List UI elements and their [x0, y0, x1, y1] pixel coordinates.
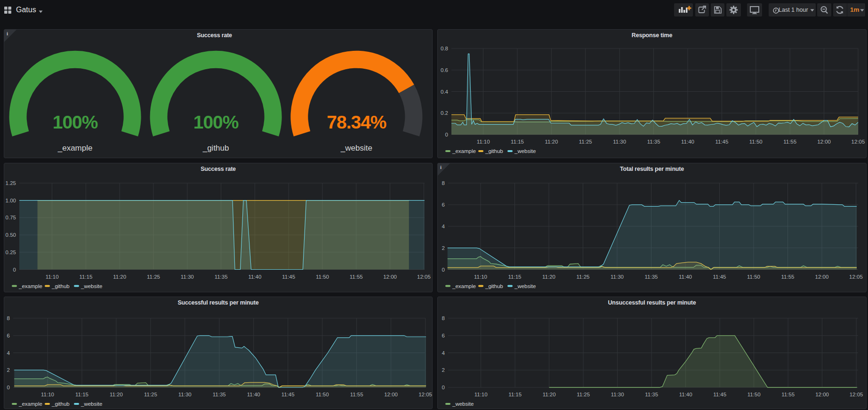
svg-text:11:15: 11:15 — [79, 274, 92, 280]
svg-text:11:45: 11:45 — [281, 392, 295, 397]
svg-text:_github: _github — [485, 283, 503, 289]
svg-text:4: 4 — [442, 224, 445, 229]
svg-text:11:55: 11:55 — [783, 139, 796, 145]
svg-text:11:20: 11:20 — [543, 392, 556, 397]
svg-text:0: 0 — [442, 267, 445, 273]
svg-text:11:10: 11:10 — [41, 392, 54, 397]
svg-text:11:55: 11:55 — [781, 392, 795, 397]
svg-text:8: 8 — [7, 315, 10, 321]
svg-text:100%: 100% — [193, 112, 239, 132]
svg-text:12:00: 12:00 — [815, 274, 829, 280]
svg-text:11:40: 11:40 — [247, 392, 260, 397]
svg-text:0: 0 — [442, 385, 445, 390]
svg-text:11:25: 11:25 — [577, 392, 590, 397]
svg-text:_github: _github — [51, 401, 70, 407]
svg-text:11:10: 11:10 — [46, 274, 59, 280]
svg-text:11:30: 11:30 — [611, 392, 624, 397]
svg-text:_website: _website — [514, 148, 536, 154]
svg-text:11:45: 11:45 — [282, 274, 295, 280]
svg-text:0.6: 0.6 — [441, 67, 448, 73]
svg-text:_website: _website — [340, 144, 372, 153]
svg-text:11:50: 11:50 — [316, 392, 329, 397]
svg-text:11:50: 11:50 — [747, 392, 761, 397]
svg-text:1.00: 1.00 — [6, 198, 16, 203]
svg-text:11:15: 11:15 — [511, 139, 524, 145]
svg-text:11:55: 11:55 — [350, 274, 363, 280]
svg-text:_example: _example — [452, 283, 476, 289]
svg-text:_github: _github — [202, 144, 229, 153]
svg-text:11:50: 11:50 — [749, 139, 763, 145]
svg-text:11:35: 11:35 — [645, 274, 658, 280]
svg-text:_website: _website — [514, 283, 536, 289]
svg-text:_example: _example — [18, 283, 42, 289]
svg-text:12:05: 12:05 — [852, 139, 865, 145]
svg-text:11:15: 11:15 — [508, 392, 522, 397]
svg-text:11:40: 11:40 — [679, 274, 692, 280]
svg-text:_example: _example — [452, 148, 476, 154]
svg-text:_website: _website — [80, 401, 102, 407]
svg-text:12:05: 12:05 — [849, 274, 863, 280]
svg-text:0.50: 0.50 — [6, 232, 16, 238]
svg-text:_github: _github — [51, 283, 70, 289]
svg-text:12:00: 12:00 — [815, 392, 829, 397]
svg-text:11:30: 11:30 — [611, 274, 624, 280]
svg-text:_website: _website — [80, 283, 102, 289]
svg-text:_github: _github — [485, 148, 503, 154]
svg-text:100%: 100% — [53, 112, 98, 132]
svg-text:6: 6 — [442, 202, 445, 208]
svg-text:11:55: 11:55 — [781, 274, 795, 280]
svg-text:11:50: 11:50 — [747, 274, 760, 280]
svg-text:12:05: 12:05 — [850, 392, 863, 397]
svg-text:11:10: 11:10 — [474, 274, 487, 280]
svg-text:8: 8 — [442, 315, 445, 321]
svg-text:_example: _example — [57, 144, 93, 153]
svg-text:11:15: 11:15 — [508, 274, 522, 280]
svg-text:11:25: 11:25 — [577, 274, 590, 280]
svg-text:11:20: 11:20 — [110, 392, 123, 397]
svg-text:11:25: 11:25 — [579, 139, 592, 145]
svg-text:11:20: 11:20 — [542, 274, 555, 280]
svg-text:12:00: 12:00 — [383, 274, 397, 280]
svg-text:11:40: 11:40 — [248, 274, 261, 280]
svg-text:11:40: 11:40 — [681, 139, 694, 145]
svg-text:12:05: 12:05 — [417, 274, 431, 280]
svg-text:11:35: 11:35 — [215, 274, 228, 280]
svg-text:11:15: 11:15 — [75, 392, 88, 397]
svg-text:2: 2 — [442, 245, 445, 251]
svg-text:8: 8 — [442, 180, 445, 186]
svg-text:0.75: 0.75 — [6, 215, 16, 220]
svg-text:11:10: 11:10 — [474, 392, 488, 397]
svg-text:_website: _website — [452, 401, 474, 407]
svg-text:11:45: 11:45 — [713, 274, 726, 280]
svg-text:0: 0 — [445, 132, 448, 137]
svg-text:1.25: 1.25 — [6, 180, 16, 186]
svg-text:0: 0 — [13, 267, 16, 273]
svg-text:11:30: 11:30 — [178, 392, 192, 397]
svg-text:0.2: 0.2 — [441, 110, 448, 116]
svg-text:11:35: 11:35 — [647, 139, 660, 145]
svg-text:4: 4 — [442, 350, 445, 356]
svg-text:78.34%: 78.34% — [327, 112, 386, 132]
svg-text:12:00: 12:00 — [384, 392, 398, 397]
svg-text:11:35: 11:35 — [213, 392, 226, 397]
svg-text:6: 6 — [7, 333, 10, 338]
svg-text:11:25: 11:25 — [147, 274, 160, 280]
svg-text:12:05: 12:05 — [418, 392, 432, 397]
svg-text:_example: _example — [18, 401, 42, 407]
svg-text:6: 6 — [442, 333, 445, 338]
svg-text:11:45: 11:45 — [713, 392, 726, 397]
svg-text:0.8: 0.8 — [441, 46, 448, 51]
svg-text:2: 2 — [7, 367, 10, 373]
svg-text:11:10: 11:10 — [477, 139, 490, 145]
svg-text:11:35: 11:35 — [645, 392, 658, 397]
svg-text:11:30: 11:30 — [613, 139, 626, 145]
svg-text:11:30: 11:30 — [181, 274, 194, 280]
svg-text:11:50: 11:50 — [316, 274, 329, 280]
svg-text:11:55: 11:55 — [350, 392, 363, 397]
svg-text:11:45: 11:45 — [715, 139, 728, 145]
svg-text:4: 4 — [7, 350, 10, 356]
svg-text:0.4: 0.4 — [441, 89, 449, 95]
svg-text:11:20: 11:20 — [113, 274, 126, 280]
svg-text:11:40: 11:40 — [679, 392, 692, 397]
svg-text:2: 2 — [442, 367, 445, 373]
